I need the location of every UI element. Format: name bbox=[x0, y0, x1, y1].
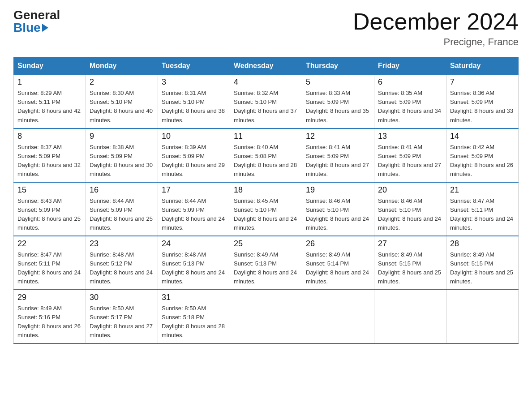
sunrise-label: Sunrise: 8:46 AM bbox=[306, 197, 350, 204]
daylight-label: Daylight: 8 hours and 26 minutes. bbox=[17, 323, 81, 338]
calendar-cell: 13 Sunrise: 8:41 AM Sunset: 5:09 PM Dayl… bbox=[374, 128, 446, 182]
sunrise-label: Sunrise: 8:32 AM bbox=[234, 90, 278, 96]
day-number: 16 bbox=[90, 185, 154, 195]
calendar-cell bbox=[230, 290, 302, 343]
sunrise-label: Sunrise: 8:47 AM bbox=[17, 251, 62, 258]
page-header: General Blue December 2024 Precigne, Fra… bbox=[13, 9, 519, 48]
daylight-label: Daylight: 8 hours and 24 minutes. bbox=[17, 269, 81, 285]
logo-arrow-icon bbox=[42, 24, 48, 32]
sunrise-label: Sunrise: 8:49 AM bbox=[450, 251, 494, 258]
day-number: 6 bbox=[378, 77, 442, 87]
day-number: 17 bbox=[162, 185, 226, 195]
calendar-cell: 25 Sunrise: 8:49 AM Sunset: 5:13 PM Dayl… bbox=[230, 236, 302, 290]
sunrise-label: Sunrise: 8:38 AM bbox=[90, 144, 134, 150]
sunrise-label: Sunrise: 8:31 AM bbox=[162, 90, 206, 96]
day-info: Sunrise: 8:49 AM Sunset: 5:15 PM Dayligh… bbox=[450, 250, 515, 287]
sunset-label: Sunset: 5:10 PM bbox=[234, 206, 277, 213]
day-number: 29 bbox=[17, 293, 82, 302]
sunset-label: Sunset: 5:17 PM bbox=[90, 314, 133, 321]
sunset-label: Sunset: 5:11 PM bbox=[17, 260, 60, 267]
sunset-label: Sunset: 5:09 PM bbox=[306, 98, 349, 105]
day-info: Sunrise: 8:49 AM Sunset: 5:15 PM Dayligh… bbox=[378, 250, 442, 287]
calendar-week-3: 15 Sunrise: 8:43 AM Sunset: 5:09 PM Dayl… bbox=[14, 182, 519, 236]
logo-general-text: General bbox=[13, 9, 60, 21]
sunset-label: Sunset: 5:11 PM bbox=[450, 206, 493, 213]
daylight-label: Daylight: 8 hours and 24 minutes. bbox=[450, 215, 513, 231]
header-cell-monday: Monday bbox=[86, 57, 158, 75]
calendar-cell: 5 Sunrise: 8:33 AM Sunset: 5:09 PM Dayli… bbox=[302, 75, 374, 128]
sunset-label: Sunset: 5:15 PM bbox=[450, 260, 493, 267]
day-number: 31 bbox=[162, 293, 226, 302]
day-info: Sunrise: 8:50 AM Sunset: 5:17 PM Dayligh… bbox=[90, 304, 154, 340]
calendar-cell: 4 Sunrise: 8:32 AM Sunset: 5:10 PM Dayli… bbox=[230, 75, 302, 128]
daylight-label: Daylight: 8 hours and 24 minutes. bbox=[378, 215, 441, 231]
calendar-cell: 19 Sunrise: 8:46 AM Sunset: 5:10 PM Dayl… bbox=[302, 182, 374, 236]
day-number: 24 bbox=[162, 239, 226, 248]
sunset-label: Sunset: 5:09 PM bbox=[450, 98, 493, 105]
day-info: Sunrise: 8:41 AM Sunset: 5:09 PM Dayligh… bbox=[378, 143, 442, 179]
daylight-label: Daylight: 8 hours and 27 minutes. bbox=[90, 323, 153, 338]
sunset-label: Sunset: 5:13 PM bbox=[234, 260, 277, 267]
header-cell-friday: Friday bbox=[374, 57, 446, 75]
sunrise-label: Sunrise: 8:41 AM bbox=[306, 144, 350, 150]
calendar-cell: 2 Sunrise: 8:30 AM Sunset: 5:10 PM Dayli… bbox=[86, 75, 158, 128]
day-number: 23 bbox=[90, 239, 154, 248]
sunrise-label: Sunrise: 8:50 AM bbox=[90, 305, 134, 312]
sunset-label: Sunset: 5:10 PM bbox=[234, 98, 277, 105]
day-info: Sunrise: 8:49 AM Sunset: 5:14 PM Dayligh… bbox=[306, 250, 370, 287]
header-cell-thursday: Thursday bbox=[302, 57, 374, 75]
sunrise-label: Sunrise: 8:47 AM bbox=[450, 197, 494, 204]
sunset-label: Sunset: 5:15 PM bbox=[378, 260, 421, 267]
sunrise-label: Sunrise: 8:42 AM bbox=[450, 144, 494, 150]
daylight-label: Daylight: 8 hours and 34 minutes. bbox=[378, 107, 441, 123]
sunrise-label: Sunrise: 8:43 AM bbox=[17, 197, 62, 204]
sunrise-label: Sunrise: 8:36 AM bbox=[450, 90, 494, 96]
sunrise-label: Sunrise: 8:49 AM bbox=[234, 251, 278, 258]
header-row: SundayMondayTuesdayWednesdayThursdayFrid… bbox=[14, 57, 519, 75]
day-number: 20 bbox=[378, 185, 442, 195]
sunset-label: Sunset: 5:09 PM bbox=[90, 206, 133, 213]
sunrise-label: Sunrise: 8:39 AM bbox=[162, 144, 206, 150]
day-info: Sunrise: 8:44 AM Sunset: 5:09 PM Dayligh… bbox=[90, 197, 154, 233]
sunset-label: Sunset: 5:09 PM bbox=[17, 206, 60, 213]
calendar-cell: 15 Sunrise: 8:43 AM Sunset: 5:09 PM Dayl… bbox=[14, 182, 86, 236]
calendar-cell: 24 Sunrise: 8:48 AM Sunset: 5:13 PM Dayl… bbox=[158, 236, 230, 290]
calendar-cell: 22 Sunrise: 8:47 AM Sunset: 5:11 PM Dayl… bbox=[14, 236, 86, 290]
calendar-cell bbox=[374, 290, 446, 343]
daylight-label: Daylight: 8 hours and 24 minutes. bbox=[234, 269, 297, 285]
sunset-label: Sunset: 5:14 PM bbox=[306, 260, 349, 267]
sunrise-label: Sunrise: 8:37 AM bbox=[17, 144, 62, 150]
header-cell-sunday: Sunday bbox=[14, 57, 86, 75]
day-info: Sunrise: 8:46 AM Sunset: 5:10 PM Dayligh… bbox=[306, 197, 370, 233]
day-number: 3 bbox=[162, 77, 226, 87]
sunset-label: Sunset: 5:09 PM bbox=[162, 153, 205, 159]
day-number: 1 bbox=[17, 77, 82, 87]
day-info: Sunrise: 8:44 AM Sunset: 5:09 PM Dayligh… bbox=[162, 197, 226, 233]
daylight-label: Daylight: 8 hours and 37 minutes. bbox=[234, 107, 297, 123]
title-block: December 2024 Precigne, France bbox=[353, 9, 519, 48]
sunrise-label: Sunrise: 8:41 AM bbox=[378, 144, 422, 150]
daylight-label: Daylight: 8 hours and 24 minutes. bbox=[306, 215, 369, 231]
daylight-label: Daylight: 8 hours and 26 minutes. bbox=[450, 162, 513, 177]
calendar-cell: 18 Sunrise: 8:45 AM Sunset: 5:10 PM Dayl… bbox=[230, 182, 302, 236]
day-info: Sunrise: 8:40 AM Sunset: 5:08 PM Dayligh… bbox=[234, 143, 298, 179]
day-info: Sunrise: 8:43 AM Sunset: 5:09 PM Dayligh… bbox=[17, 197, 82, 233]
sunrise-label: Sunrise: 8:45 AM bbox=[234, 197, 278, 204]
day-info: Sunrise: 8:33 AM Sunset: 5:09 PM Dayligh… bbox=[306, 89, 370, 125]
day-number: 11 bbox=[234, 132, 298, 141]
sunset-label: Sunset: 5:09 PM bbox=[17, 153, 60, 159]
sunset-label: Sunset: 5:09 PM bbox=[378, 98, 421, 105]
daylight-label: Daylight: 8 hours and 25 minutes. bbox=[17, 215, 81, 231]
calendar-week-4: 22 Sunrise: 8:47 AM Sunset: 5:11 PM Dayl… bbox=[14, 236, 519, 290]
calendar-week-2: 8 Sunrise: 8:37 AM Sunset: 5:09 PM Dayli… bbox=[14, 128, 519, 182]
sunrise-label: Sunrise: 8:48 AM bbox=[90, 251, 134, 258]
sunrise-label: Sunrise: 8:48 AM bbox=[162, 251, 206, 258]
day-number: 10 bbox=[162, 132, 226, 141]
sunset-label: Sunset: 5:09 PM bbox=[378, 153, 421, 159]
sunrise-label: Sunrise: 8:46 AM bbox=[378, 197, 422, 204]
sunrise-label: Sunrise: 8:49 AM bbox=[17, 305, 62, 312]
daylight-label: Daylight: 8 hours and 35 minutes. bbox=[306, 107, 369, 123]
calendar-cell: 12 Sunrise: 8:41 AM Sunset: 5:09 PM Dayl… bbox=[302, 128, 374, 182]
calendar-cell: 11 Sunrise: 8:40 AM Sunset: 5:08 PM Dayl… bbox=[230, 128, 302, 182]
calendar-cell: 29 Sunrise: 8:49 AM Sunset: 5:16 PM Dayl… bbox=[14, 290, 86, 343]
